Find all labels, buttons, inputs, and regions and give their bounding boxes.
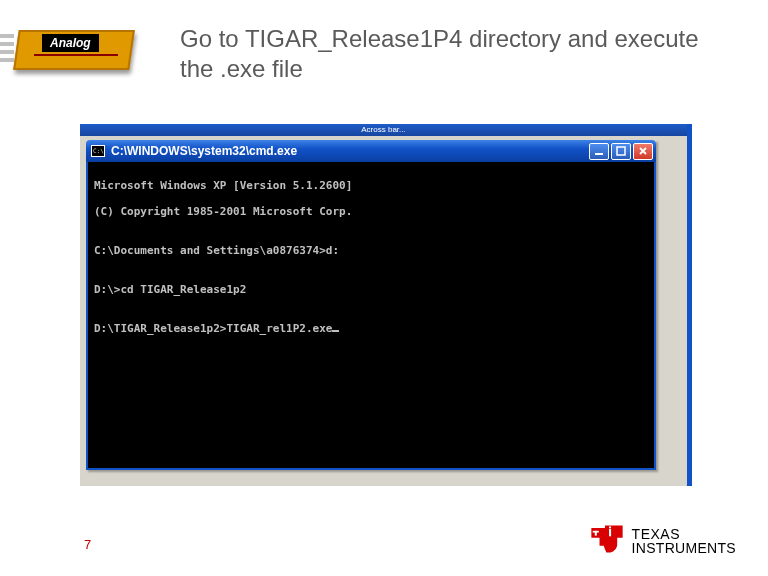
chip-underline bbox=[34, 54, 118, 56]
screenshot-frame: Across bar... C:\WINDOWS\system32\cmd.ex… bbox=[80, 124, 692, 486]
cmd-output-line: (C) Copyright 1985-2001 Microsoft Corp. bbox=[94, 205, 648, 218]
ti-logo-line2: INSTRUMENTS bbox=[632, 541, 736, 555]
ti-logo-line1: TEXAS bbox=[632, 527, 736, 541]
minimize-button[interactable] bbox=[589, 143, 609, 160]
close-button[interactable] bbox=[633, 143, 653, 160]
minimize-icon bbox=[594, 146, 604, 156]
chip-label: Analog bbox=[42, 34, 99, 52]
cmd-prompt-line: D:\TIGAR_Release1p2>TIGAR_rel1P2.exe bbox=[94, 322, 648, 335]
page-number: 7 bbox=[84, 537, 91, 552]
cmd-prompt-text: D:\TIGAR_Release1p2>TIGAR_rel1P2.exe bbox=[94, 322, 332, 335]
ti-logo-text: TEXAS INSTRUMENTS bbox=[632, 527, 736, 555]
window-control-buttons bbox=[589, 143, 653, 160]
chip-pins bbox=[0, 34, 14, 62]
svg-rect-5 bbox=[592, 531, 598, 533]
ti-mark-icon bbox=[590, 524, 624, 558]
cmd-window: C:\WINDOWS\system32\cmd.exe Microsoft Wi… bbox=[86, 140, 656, 470]
cmd-prompt-icon bbox=[91, 145, 105, 157]
svg-rect-7 bbox=[609, 526, 611, 528]
svg-rect-1 bbox=[617, 147, 625, 155]
cmd-output-line: D:\>cd TIGAR_Release1p2 bbox=[94, 283, 648, 296]
maximize-button[interactable] bbox=[611, 143, 631, 160]
outer-window-titlebar: Across bar... bbox=[80, 124, 687, 136]
cmd-output-line: Microsoft Windows XP [Version 5.1.2600] bbox=[94, 179, 648, 192]
svg-rect-0 bbox=[595, 153, 603, 155]
slide-title: Go to TIGAR_Release1P4 directory and exe… bbox=[180, 24, 700, 84]
maximize-icon bbox=[616, 146, 626, 156]
cmd-titlebar[interactable]: C:\WINDOWS\system32\cmd.exe bbox=[86, 140, 656, 162]
cursor-icon bbox=[332, 330, 339, 332]
svg-rect-6 bbox=[609, 529, 611, 536]
close-icon bbox=[638, 146, 648, 156]
cmd-output-line: C:\Documents and Settings\a0876374>d: bbox=[94, 244, 648, 257]
texas-instruments-logo: TEXAS INSTRUMENTS bbox=[590, 524, 736, 558]
cmd-terminal-body[interactable]: Microsoft Windows XP [Version 5.1.2600] … bbox=[86, 162, 656, 470]
cmd-window-title: C:\WINDOWS\system32\cmd.exe bbox=[111, 144, 589, 158]
analog-chip-logo: Analog bbox=[6, 12, 138, 86]
